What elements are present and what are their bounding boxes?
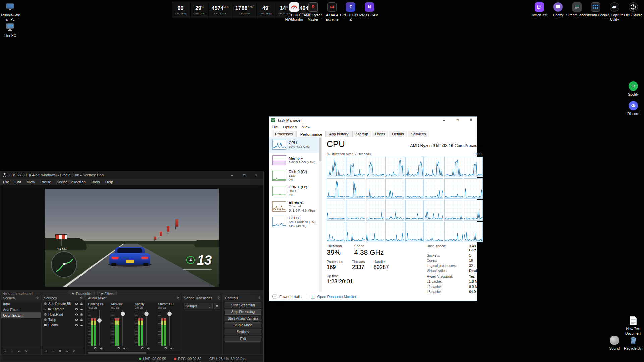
scene-item-oyun-ekrani[interactable]: Oyun Ekranı	[1, 312, 41, 318]
transition-select[interactable]: Stinger	[184, 303, 213, 309]
tm-titlebar[interactable]: Task Manager – □ ×	[269, 117, 477, 124]
desktop-icon-recycle-bin[interactable]: Recycle Bin	[622, 335, 644, 351]
expand-chevron-icon[interactable]	[44, 308, 47, 311]
chevron-up-circle-icon	[272, 294, 277, 299]
tab-services[interactable]: Services	[408, 131, 429, 137]
obs-minimize-button[interactable]: –	[227, 172, 237, 178]
add-source-button[interactable]	[44, 349, 48, 353]
lock-icon[interactable]	[80, 313, 83, 316]
tab-app-history[interactable]: App history	[326, 131, 352, 137]
dock-options-icon[interactable]	[80, 296, 83, 299]
desktop-icon-obs-studio[interactable]: OBS Studio	[622, 2, 644, 17]
tab-startup[interactable]: Startup	[352, 131, 371, 137]
mute-speaker-icon[interactable]	[100, 347, 103, 350]
sidebar-item-ethernet[interactable]: EthernetEthernetS: 1.6 R: 4.9 Mbps	[269, 199, 322, 214]
mixer-horizontal-scrollbar[interactable]	[86, 351, 181, 354]
move-scene-up-button[interactable]	[17, 349, 21, 353]
start-streaming-button[interactable]: Start Streaming	[225, 302, 261, 308]
move-scene-down-button[interactable]	[24, 349, 28, 353]
exit-button[interactable]: Exit	[225, 336, 261, 342]
source-item[interactable]: Takip	[42, 317, 85, 322]
move-source-down-button[interactable]	[72, 349, 76, 353]
sidebar-item-memory[interactable]: Memory6.6/15.9 GB (42%)	[269, 153, 322, 168]
transition-properties-button[interactable]	[214, 303, 220, 309]
tm-close-button[interactable]: ×	[465, 117, 477, 124]
twitch-icon	[534, 2, 544, 12]
desktop-icon-spotify[interactable]: Spotify	[622, 81, 644, 97]
desktop-icon-this-pc[interactable]: This PC	[0, 22, 21, 38]
source-item[interactable]: Elgato	[42, 322, 85, 328]
tm-menu-view[interactable]: View	[299, 125, 313, 129]
lock-icon[interactable]	[80, 318, 83, 321]
remove-source-button[interactable]	[51, 349, 55, 353]
remove-scene-button[interactable]	[10, 349, 14, 353]
stop-recording-button[interactable]: Stop Recording	[225, 309, 261, 315]
menu-file[interactable]: File	[0, 180, 12, 184]
dock-options-icon[interactable]	[36, 296, 39, 299]
volume-slider[interactable]	[99, 310, 100, 346]
mute-speaker-icon[interactable]	[123, 347, 127, 350]
menu-tools[interactable]: Tools	[88, 180, 103, 184]
sidebar-item-cpu[interactable]: CPU39% 4.38 GHz	[269, 137, 322, 153]
tm-menu-options[interactable]: Options	[281, 125, 300, 129]
source-item[interactable]: Kamera	[42, 306, 85, 312]
channel-gear-icon[interactable]	[164, 347, 167, 350]
desktop-icon-new-text-document[interactable]: New Text Document	[622, 316, 644, 335]
mute-speaker-icon[interactable]	[170, 347, 174, 350]
game-preview[interactable]: 4.5 KM 4 13	[45, 189, 219, 287]
dock-options-icon[interactable]	[176, 296, 179, 299]
volume-slider[interactable]	[146, 310, 147, 346]
source-item[interactable]: Host,Raid	[42, 312, 85, 317]
add-scene-button[interactable]	[3, 349, 7, 353]
visibility-eye-icon[interactable]	[75, 323, 78, 327]
desktop-icon-nzxt-cam[interactable]: N NZXT CAM	[358, 2, 380, 17]
volume-slider[interactable]	[169, 310, 170, 346]
lock-icon[interactable]	[80, 302, 83, 305]
tm-maximize-button[interactable]: □	[452, 117, 463, 124]
tab-processes[interactable]: Processes	[272, 131, 297, 137]
lock-icon[interactable]	[80, 307, 83, 311]
scene-item-intro[interactable]: Intro	[1, 301, 41, 307]
settings-button[interactable]: Settings	[225, 329, 261, 335]
channel-gear-icon[interactable]	[117, 347, 120, 350]
visibility-eye-icon[interactable]	[75, 302, 78, 306]
visibility-eye-icon[interactable]	[75, 313, 78, 316]
mute-speaker-icon[interactable]	[147, 347, 150, 350]
volume-slider[interactable]	[122, 310, 123, 346]
open-resource-monitor-link[interactable]: Open Resource Monitor	[311, 295, 356, 299]
sidebar-item-disk0[interactable]: Disk 0 (C:)SSD0%	[269, 168, 322, 183]
menu-scene-collection[interactable]: Scene Collection	[54, 180, 88, 184]
desktop-icon-discord[interactable]: Discord	[622, 101, 644, 116]
fewer-details-button[interactable]: Fewer details	[272, 294, 301, 299]
sidebar-item-disk1[interactable]: Disk 1 (D:)HDD0%	[269, 183, 322, 199]
lock-icon[interactable]	[80, 323, 83, 327]
sidebar-scrollbar[interactable]	[319, 137, 322, 292]
obs-maximize-button[interactable]: □	[239, 172, 249, 178]
channel-gear-icon[interactable]	[94, 347, 97, 350]
obs-close-button[interactable]: ×	[251, 172, 261, 178]
visibility-eye-icon[interactable]	[75, 318, 78, 322]
menu-view[interactable]: View	[24, 180, 38, 184]
menu-profile[interactable]: Profile	[38, 180, 54, 184]
dock-options-icon[interactable]	[217, 296, 220, 299]
source-properties-button[interactable]	[58, 350, 62, 353]
desktop-icon-streampc[interactable]: Xalionis-Stre amPc	[0, 2, 21, 21]
channel-gear-icon[interactable]	[141, 347, 144, 350]
start-virtual-camera-button[interactable]: Start Virtual Camera	[225, 316, 261, 321]
menu-help[interactable]: Help	[103, 180, 116, 184]
obs-titlebar[interactable]: OBS 27.0.1 (64-bit, windows) - Profile: …	[0, 171, 263, 179]
scene-item-ana-ekran[interactable]: Ana Ekran	[1, 307, 41, 312]
tm-menu-file[interactable]: File	[269, 125, 281, 129]
sidebar-item-gpu0[interactable]: GPU 0AMD Radeon (TM)...14% (49 °C)	[269, 214, 322, 230]
tm-minimize-button[interactable]: –	[438, 117, 450, 124]
move-source-up-button[interactable]	[65, 349, 69, 353]
tab-performance[interactable]: Performance	[297, 131, 326, 137]
dock-options-icon[interactable]	[258, 296, 261, 299]
tab-users[interactable]: Users	[372, 131, 388, 137]
source-item[interactable]: Sub,Donate,Bit	[42, 301, 85, 306]
visibility-eye-icon[interactable]	[75, 307, 78, 311]
tab-details[interactable]: Details	[389, 131, 407, 137]
menu-edit[interactable]: Edit	[12, 180, 24, 184]
studio-mode-button[interactable]: Studio Mode	[225, 322, 261, 328]
red-flag	[160, 232, 162, 236]
